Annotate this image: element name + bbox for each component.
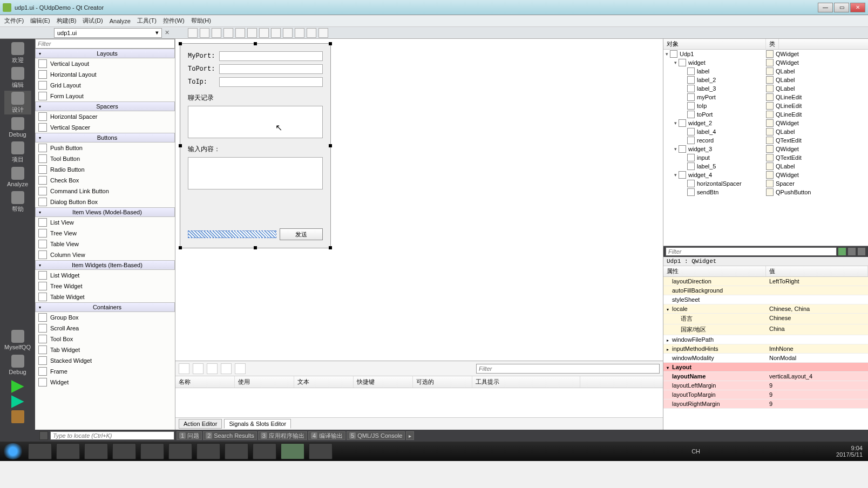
open-documents-combo[interactable]: udp1.ui ▾ <box>54 28 162 38</box>
tray-icon[interactable] <box>714 448 722 455</box>
widget-tool-button[interactable]: Tool Button <box>35 153 175 164</box>
object-horizontalSpacer[interactable]: horizontalSpacerSpacer <box>663 179 868 188</box>
taskbar-app2-icon[interactable] <box>196 443 220 459</box>
output-tab-5[interactable]: 5QML/JS Console <box>347 431 405 440</box>
resize-handle-icon[interactable] <box>254 246 257 249</box>
mode-设计[interactable]: 设计 <box>4 91 31 114</box>
output-tab-3[interactable]: 3应用程序输出 <box>258 431 307 440</box>
close-button[interactable]: ✕ <box>850 3 865 12</box>
expand-icon[interactable]: ▾ <box>663 51 670 57</box>
widget-push-button[interactable]: Push Button <box>35 143 175 153</box>
tray-icon[interactable] <box>703 448 711 455</box>
category-Buttons[interactable]: ▾Buttons <box>35 133 175 143</box>
layout-form-icon[interactable] <box>295 28 304 38</box>
widget-frame[interactable]: Frame <box>35 366 175 377</box>
action-filter[interactable] <box>476 364 660 374</box>
widget-form-layout[interactable]: Form Layout <box>35 91 175 101</box>
menu-item[interactable]: 文件(F) <box>4 17 24 25</box>
widget-dialog-button-box[interactable]: Dialog Button Box <box>35 196 175 207</box>
output-tab-2[interactable]: 2Search Results <box>203 431 257 440</box>
textedit-input[interactable] <box>188 157 323 189</box>
expand-icon[interactable]: ▾ <box>672 60 679 65</box>
category-Layouts[interactable]: ▾Layouts <box>35 49 175 58</box>
taskbar-app3-icon[interactable] <box>253 443 276 459</box>
action-col[interactable]: 文本 <box>294 376 354 388</box>
tray-icon[interactable] <box>725 448 733 455</box>
taskbar-explorer-icon[interactable] <box>28 443 52 459</box>
taskbar-qt-icon[interactable] <box>309 443 333 459</box>
form-udp1[interactable]: MyPort: ToPort: ToIp: 聊天记录 输入内容： <box>180 43 331 248</box>
delete-action-icon[interactable] <box>221 363 232 374</box>
menu-item[interactable]: 帮助(H) <box>191 17 211 25</box>
object-input[interactable]: inputQTextEdit <box>663 153 868 162</box>
layout-grid-icon[interactable] <box>283 28 293 38</box>
menu-item[interactable]: 调试(D) <box>83 17 103 25</box>
expand-icon[interactable]: ▾ <box>672 120 679 126</box>
expand-icon[interactable]: ▸ <box>667 347 672 352</box>
menu-item[interactable]: Analyze <box>110 18 131 24</box>
property-layoutName[interactable]: layoutNameverticalLayout_4 <box>663 372 868 381</box>
action-col[interactable]: 可选的 <box>413 376 472 388</box>
object-label_4[interactable]: label_4QLabel <box>663 127 868 136</box>
object-sendBtn[interactable]: sendBtnQPushButton <box>663 188 868 196</box>
object-widget[interactable]: ▾widgetQWidget <box>663 58 868 67</box>
widget-vertical-spacer[interactable]: Vertical Spacer <box>35 122 175 133</box>
property-windowModality[interactable]: windowModalityNonModal <box>663 354 868 363</box>
edit-widgets-icon[interactable] <box>188 28 198 38</box>
action-col[interactable]: 使用 <box>235 376 294 388</box>
widget-horizontal-layout[interactable]: Horizontal Layout <box>35 69 175 80</box>
taskbar-unity-icon[interactable] <box>84 443 108 459</box>
mode-编辑[interactable]: 编辑 <box>4 66 31 90</box>
widget-stacked-widget[interactable]: Stacked Widget <box>35 355 175 366</box>
object-record[interactable]: recordQTextEdit <box>663 136 868 145</box>
category-Containers[interactable]: ▾Containers <box>35 302 175 312</box>
widget-list-widget[interactable]: List Widget <box>35 270 175 281</box>
col-property[interactable]: 属性 <box>663 266 766 276</box>
taskbar-qtcreator-icon[interactable] <box>281 443 304 459</box>
clock[interactable]: 9:04 2017/5/11 <box>833 445 866 458</box>
menu-item[interactable]: 构建(B) <box>57 17 77 25</box>
configure-action-icon[interactable] <box>235 363 246 374</box>
mode-帮助[interactable]: 帮助 <box>4 190 31 214</box>
object-Udp1[interactable]: ▾Udp1QWidget <box>663 50 868 58</box>
taskbar-evernote-icon[interactable] <box>225 443 248 459</box>
taskbar-sublime-icon[interactable] <box>140 443 164 459</box>
action-list[interactable] <box>175 388 663 417</box>
tab-signals-&-slots-editor[interactable]: Signals & Slots Editor <box>224 419 291 429</box>
widget-column-view[interactable]: Column View <box>35 249 175 260</box>
tray-icon[interactable] <box>790 448 797 455</box>
resize-handle-icon[interactable] <box>329 246 332 249</box>
textedit-record[interactable] <box>188 106 323 138</box>
break-layout-icon[interactable] <box>307 28 316 38</box>
col-value[interactable]: 值 <box>766 266 869 276</box>
widget-group-box[interactable]: Group Box <box>35 312 175 323</box>
widget-horizontal-spacer[interactable]: Horizontal Spacer <box>35 111 175 122</box>
widget-list-view[interactable]: List View <box>35 217 175 228</box>
tray-icon[interactable] <box>736 448 743 455</box>
expand-icon[interactable]: ▸ <box>667 338 672 343</box>
mode-Debug[interactable]: Debug <box>4 353 31 377</box>
property-国家/地区[interactable]: 国家/地区China <box>663 324 868 335</box>
resize-handle-icon[interactable] <box>179 42 182 45</box>
object-toPort[interactable]: toPortQLineEdit <box>663 110 868 119</box>
ime-indicator[interactable]: CH <box>691 448 700 455</box>
object-label_2[interactable]: label_2QLabel <box>663 76 868 84</box>
widget-tab-widget[interactable]: Tab Widget <box>35 344 175 355</box>
toggle-sidebar-icon[interactable] <box>39 431 48 440</box>
object-label_3[interactable]: label_3QLabel <box>663 84 868 93</box>
expand-icon[interactable]: ▾ <box>672 172 679 178</box>
property-settings-icon[interactable] <box>857 247 866 256</box>
widget-grid-layout[interactable]: Grid Layout <box>35 80 175 91</box>
object-widget_4[interactable]: ▾widget_4QWidget <box>663 171 868 179</box>
expand-icon[interactable]: ▾ <box>667 307 672 312</box>
mode-欢迎[interactable]: 欢迎 <box>4 41 31 65</box>
widget-check-box[interactable]: Check Box <box>35 175 175 186</box>
expand-icon[interactable]: ▾ <box>672 146 679 152</box>
property-locale[interactable]: ▾localeChinese, China <box>663 304 868 314</box>
property-layoutTopMargin[interactable]: layoutTopMargin9 <box>663 390 868 399</box>
tray-volume-icon[interactable] <box>822 448 830 455</box>
property-layoutRightMargin[interactable]: layoutRightMargin9 <box>663 399 868 409</box>
object-label_5[interactable]: label_5QLabel <box>663 162 868 171</box>
property-windowFilePath[interactable]: ▸windowFilePath <box>663 335 868 344</box>
property-filter[interactable] <box>666 247 837 256</box>
